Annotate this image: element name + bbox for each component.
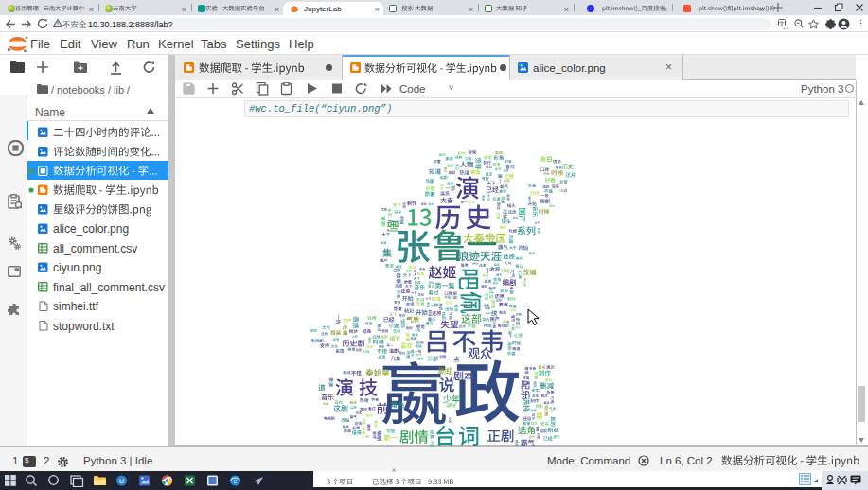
svg-text:文: 文 (779, 19, 785, 26)
svg-text:U: U (119, 478, 124, 484)
svg-text:e: e (234, 477, 238, 485)
